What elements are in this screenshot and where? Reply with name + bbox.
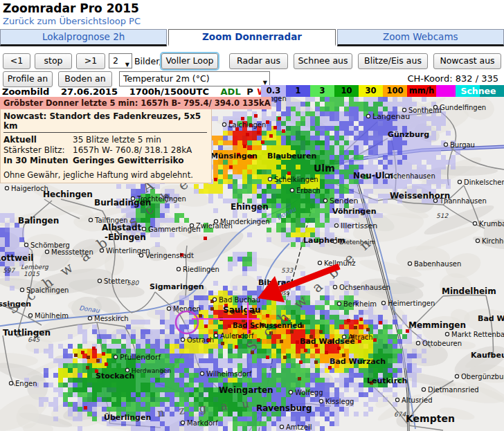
scale-segment: 1	[286, 85, 310, 97]
schnee-toggle-button[interactable]: Schnee aus	[294, 53, 352, 69]
tab-bar: Lokalprognose 2h Zoom Donnerradar Zoom W…	[0, 29, 504, 46]
map-city-label: Mühlheim	[35, 312, 69, 320]
map-city-label: Markt Rettenbach	[451, 331, 504, 338]
prev-frame-button[interactable]: <1	[3, 53, 30, 69]
map-city-label: Ochsenhausen	[339, 284, 390, 291]
map-city-label: Kirchheim	[482, 237, 504, 245]
map-city-label: Blaubeuren	[267, 152, 316, 161]
layer-select[interactable]: Temperatur 2m (°C) ▼	[119, 71, 270, 86]
zoomradar-app: Zoomradar Pro 2015 Zurück zum Übersichts…	[0, 0, 504, 431]
map-elevation-label: 645	[28, 336, 40, 343]
map-city-label: Bad Wörishofen	[478, 314, 504, 323]
map-city-label: Kempten	[406, 413, 455, 424]
map-elevation-label: 597	[3, 267, 15, 274]
map-elevation-label: 580	[127, 279, 139, 286]
blitze-toggle-button[interactable]: Blitze/Eis aus	[358, 53, 428, 69]
map-city-label: Weingarten	[219, 385, 273, 395]
map-city-label: Bad Waldsee	[300, 337, 355, 346]
map-city-label: Thannhausen	[439, 197, 487, 205]
map-city-label: Markdorf	[187, 419, 218, 427]
status-time: 1700h/1500UTC	[129, 86, 209, 97]
profile-toggle-button[interactable]: Profile an	[3, 71, 53, 87]
map-city-label: Kisslegg	[325, 398, 354, 405]
map-city-label: Gundelfingen	[440, 104, 486, 111]
map-city-label: Burgau	[450, 141, 475, 149]
status-line: Zoombild 27.06.2015 1700h/1500UTC ADL P …	[2, 86, 267, 97]
chevron-down-icon: ▼	[125, 58, 129, 72]
map-elevation-label: Lemberg	[21, 264, 49, 270]
map-city-label: Altusried	[402, 396, 432, 404]
map-city-label: Bad Buchau	[219, 296, 260, 304]
map-city-label: Aitrach	[348, 333, 373, 341]
map-city-label: Vöhringen	[332, 207, 377, 216]
status-adl: ADL	[221, 86, 241, 97]
status-date: 27.06.2015	[61, 86, 118, 97]
tab-lokalprognose[interactable]: Lokalprognose 2h	[0, 29, 167, 46]
map-city-label: Laichingen	[228, 121, 266, 129]
map-city-label: Münsingen	[210, 152, 258, 161]
map-city-label: Dietmannsried	[428, 386, 479, 394]
back-link[interactable]: Zurück zum Übersichtsloop PC	[3, 16, 141, 26]
map-city-label: Saulgau	[223, 305, 261, 315]
map-city-label: Winterlingen	[106, 247, 150, 255]
map-city-label: Memmingen	[408, 320, 466, 330]
map-city-label: Obergünzburg	[461, 373, 504, 380]
tab-zoom-donnerradar[interactable]: Zoom Donnerradar	[168, 29, 335, 46]
voller-loop-button[interactable]: Voller Loop	[161, 53, 218, 69]
map-city-label: Mössingen	[24, 172, 73, 181]
radar-map[interactable]: MössingenHaigerlochHechingenBurladingenT…	[0, 97, 504, 431]
fps-value: 2	[113, 55, 118, 66]
map-city-label: Ulm	[314, 163, 335, 174]
map-city-label: Pfullendorf	[120, 353, 162, 362]
status-p: P	[246, 86, 253, 97]
map-city-label: Rottweil	[0, 253, 33, 263]
map-city-label: Sigmaringen	[150, 282, 204, 291]
boden-toggle-button[interactable]: Boden an	[58, 71, 112, 87]
layer-select-value: Temperatur 2m (°C)	[123, 73, 210, 84]
map-elevation-label: 1015	[24, 270, 40, 277]
map-city-label: Günzburg	[388, 130, 429, 139]
stop-button[interactable]: stop	[35, 53, 72, 69]
map-city-label: Engen	[15, 380, 37, 387]
map-city-label: Überlingen	[104, 412, 151, 422]
map-city-label: Schelklingen	[274, 176, 318, 183]
map-elevation-label: 512	[436, 212, 449, 219]
fps-select[interactable]: 2 ▼	[109, 53, 132, 68]
map-city-label: Krumbach	[479, 220, 504, 228]
map-city-label: Babenhausen	[414, 260, 461, 268]
map-city-label: Messkirch	[94, 315, 129, 322]
scale-segment	[480, 85, 504, 97]
map-city-label: Wolfegg	[295, 389, 323, 396]
ch-koord-readout: CH-Koord: 832 / 335	[408, 73, 498, 84]
map-city-label: Stockach	[96, 372, 134, 380]
map-city-label: Hechingen	[43, 190, 93, 199]
map-city-label: Illertissen	[341, 221, 377, 230]
map-city-label: Ostrach	[187, 336, 214, 344]
scale-segment: 0.3	[261, 85, 286, 97]
scale-segment: 10	[334, 85, 359, 97]
next-frame-button[interactable]: >1	[76, 53, 105, 69]
nowcast-toggle-button[interactable]: Nowcast aus	[433, 53, 501, 69]
map-city-label: Erbach	[296, 187, 321, 194]
map-city-label: Senden	[330, 196, 358, 205]
map-city-label: Balingen	[18, 216, 59, 226]
map-city-label: Leutkirch	[367, 376, 407, 385]
map-city-label: Zwiefalten	[196, 222, 233, 230]
radar-toggle-button[interactable]: Radar aus	[229, 53, 288, 69]
scale-segment	[456, 85, 480, 97]
map-city-label: Ravensburg	[256, 403, 312, 413]
map-city-label: Herdwangen	[132, 367, 171, 374]
map-city-label: Stetten	[104, 277, 129, 285]
scale-segment: 3	[310, 85, 334, 97]
scale-segment	[436, 85, 456, 97]
radar-map-svg[interactable]: MössingenHaigerlochHechingenBurladingenT…	[0, 97, 504, 431]
scale-segment: 100	[383, 85, 407, 97]
map-city-label: Ichenhausen	[391, 172, 435, 180]
map-city-label: Wilhelmsdorf	[206, 370, 252, 378]
tab-zoom-webcams[interactable]: Zoom Webcams	[337, 29, 504, 46]
map-city-label: Heimertingen	[388, 300, 435, 307]
page-title: Zoomradar Pro 2015	[3, 1, 139, 15]
map-city-label: Ottobeuren	[422, 340, 462, 347]
scale-segment: mm/h	[407, 85, 436, 97]
map-city-label: Dinkelscherben	[464, 178, 504, 186]
